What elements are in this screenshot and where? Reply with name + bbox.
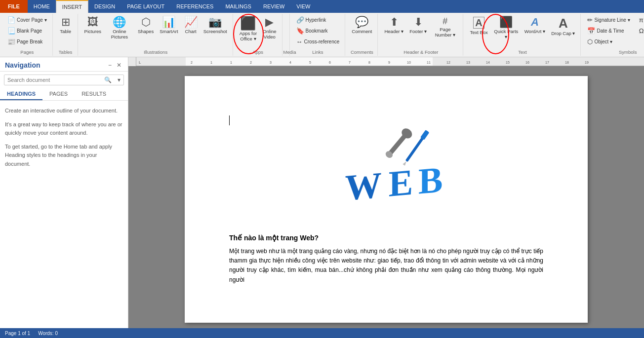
nav-controls: − ✕ xyxy=(107,61,123,69)
tab-home[interactable]: HOME xyxy=(28,0,56,13)
nav-tab-results[interactable]: RESULTS xyxy=(75,88,113,100)
doc-page[interactable]: W E B xyxy=(185,76,588,323)
svg-text:13: 13 xyxy=(466,61,470,64)
blank-page-button[interactable]: 📃 Blank Page xyxy=(5,26,49,36)
tab-view[interactable]: VIEW xyxy=(290,0,316,13)
table-label: Table xyxy=(60,29,71,34)
svg-text:3: 3 xyxy=(270,61,272,64)
tab-insert[interactable]: INSERT xyxy=(56,0,88,13)
chart-button[interactable]: 📈 Chart xyxy=(182,15,200,36)
svg-text:16: 16 xyxy=(525,61,529,64)
header-button[interactable]: ⬆ Header ▾ xyxy=(382,15,406,36)
drop-cap-button[interactable]: A Drop Cap ▾ xyxy=(549,15,577,38)
online-video-button[interactable]: ▶ OnlineVideo xyxy=(260,15,279,42)
nav-pin-button[interactable]: − xyxy=(107,61,113,69)
navigation-panel: Navigation − ✕ 🔍 ▾ HEADINGS PAGES RESULT… xyxy=(0,57,128,328)
cross-reference-icon: ↔ xyxy=(296,38,303,45)
ribbon-group-tables: ⊞ Table Tables xyxy=(54,14,78,56)
online-video-icon: ▶ xyxy=(265,17,274,28)
apps-for-office-icon: ⬛ xyxy=(240,17,256,30)
ribbon-group-links: 🔗 Hyperlink 🔖 Bookmark ↔ Cross-reference… xyxy=(291,14,346,56)
page-break-label: Page Break xyxy=(17,39,42,44)
svg-text:15: 15 xyxy=(506,61,510,64)
cover-page-label: Cover Page ▾ xyxy=(17,17,47,23)
search-input[interactable] xyxy=(4,75,101,84)
shapes-button[interactable]: ⬡ Shapes xyxy=(135,15,156,36)
search-button[interactable]: 🔍 xyxy=(101,75,115,85)
tab-page-layout[interactable]: PAGE LAYOUT xyxy=(121,0,170,13)
blank-page-icon: 📃 xyxy=(7,27,15,35)
page-number-button[interactable]: # Page Number ▾ xyxy=(430,15,460,40)
doc-scroll[interactable]: W E B xyxy=(128,66,644,328)
hyperlink-button[interactable]: 🔗 Hyperlink xyxy=(294,15,342,25)
tab-review[interactable]: REVIEW xyxy=(257,0,290,13)
equation-button[interactable]: π Equation ▾ xyxy=(637,15,644,25)
smart-art-button[interactable]: 📊 SmartArt xyxy=(157,15,180,36)
smart-art-icon: 📊 xyxy=(162,17,175,28)
text-box-button[interactable]: A Text Box xyxy=(467,15,490,37)
screenshot-button[interactable]: 📷 Screenshot xyxy=(201,15,230,36)
svg-text:L: L xyxy=(139,60,141,65)
svg-text:2: 2 xyxy=(250,61,252,64)
nav-tab-pages[interactable]: PAGES xyxy=(42,88,75,100)
page-number-icon: # xyxy=(443,17,447,26)
footer-button[interactable]: ⬇ Footer ▾ xyxy=(407,15,429,36)
quick-parts-icon: ⬛ xyxy=(499,17,513,28)
header-label: Header ▾ xyxy=(384,29,403,34)
cross-reference-button[interactable]: ↔ Cross-reference xyxy=(294,37,342,47)
nav-search-box: 🔍 ▾ xyxy=(4,75,124,85)
wordart-icon: A xyxy=(531,17,539,28)
comment-button[interactable]: 💬 Comment xyxy=(349,15,374,36)
links-group-label: Links xyxy=(291,49,345,55)
header-icon: ⬆ xyxy=(390,17,399,28)
header-footer-group-label: Header & Footer xyxy=(379,49,463,55)
quick-parts-button[interactable]: ⬛ Quick Parts ▾ xyxy=(491,15,521,42)
chart-label: Chart xyxy=(185,29,197,34)
equation-icon: π xyxy=(639,16,644,24)
online-pictures-button[interactable]: 🌐 Online Pictures xyxy=(105,15,134,42)
ribbon-group-pages: 📄 Cover Page ▾ 📃 Blank Page 📰 Page Break… xyxy=(2,14,53,56)
signature-line-button[interactable]: ✏ Signature Line ▾ xyxy=(585,15,632,25)
pictures-icon: 🖼 xyxy=(87,17,98,28)
svg-text:7: 7 xyxy=(349,61,351,64)
date-time-button[interactable]: 📅 Date & Time xyxy=(585,26,632,36)
online-pictures-label: Online Pictures xyxy=(107,29,132,40)
object-label: Object ▾ xyxy=(594,39,612,44)
cover-page-button[interactable]: 📄 Cover Page ▾ xyxy=(5,15,49,25)
ruler-horizontal: L 2 1 1 2 3 4 5 6 7 8 9 10 11 12 13 14 xyxy=(136,57,644,66)
web-image-container: W E B xyxy=(322,125,450,224)
svg-text:10: 10 xyxy=(407,61,411,64)
ribbon-group-header-footer: ⬆ Header ▾ ⬇ Footer ▾ # Page Number ▾ He… xyxy=(379,14,463,56)
tab-file[interactable]: FILE xyxy=(0,0,28,13)
tab-references[interactable]: REFERENCES xyxy=(170,0,219,13)
wordart-button[interactable]: A WordArt ▾ xyxy=(522,15,548,36)
page-break-button[interactable]: 📰 Page Break xyxy=(5,37,49,47)
nav-tab-headings[interactable]: HEADINGS xyxy=(0,88,42,100)
signature-line-label: Signature Line ▾ xyxy=(594,17,630,23)
bookmark-button[interactable]: 🔖 Bookmark xyxy=(294,26,342,36)
wordart-label: WordArt ▾ xyxy=(524,29,545,34)
apps-for-office-button[interactable]: ⬛ Apps forOffice ▾ xyxy=(237,15,259,44)
status-words: Words: 0 xyxy=(38,331,58,336)
svg-text:1: 1 xyxy=(210,61,212,64)
blank-page-label: Blank Page xyxy=(17,28,42,34)
nav-header: Navigation − ✕ xyxy=(0,57,128,72)
table-button[interactable]: ⊞ Table xyxy=(57,15,75,36)
date-time-label: Date & Time xyxy=(597,28,624,34)
pictures-button[interactable]: 🖼 Pictures xyxy=(82,15,104,36)
ribbon-group-apps: ⬛ Apps forOffice ▾ ▶ OnlineVideo Apps xyxy=(234,14,282,56)
object-button[interactable]: ⬡ Object ▾ xyxy=(585,37,632,47)
svg-text:18: 18 xyxy=(565,61,569,64)
signature-line-icon: ✏ xyxy=(587,16,593,24)
tab-mailings[interactable]: MAILINGS xyxy=(219,0,257,13)
svg-text:5: 5 xyxy=(309,61,311,64)
apps-for-office-label: Apps forOffice ▾ xyxy=(240,31,257,42)
doc-heading: Thế nào là một trang Web? xyxy=(229,234,543,242)
tab-design[interactable]: DESIGN xyxy=(88,0,121,13)
search-dropdown-button[interactable]: ▾ xyxy=(115,75,123,85)
screenshot-icon: 📷 xyxy=(208,17,222,28)
text-box-icon: A xyxy=(473,17,484,29)
symbol-button[interactable]: Ω Symbol ▾ xyxy=(637,26,644,36)
nav-close-button[interactable]: ✕ xyxy=(115,61,123,69)
main-body: Navigation − ✕ 🔍 ▾ HEADINGS PAGES RESULT… xyxy=(0,57,644,328)
